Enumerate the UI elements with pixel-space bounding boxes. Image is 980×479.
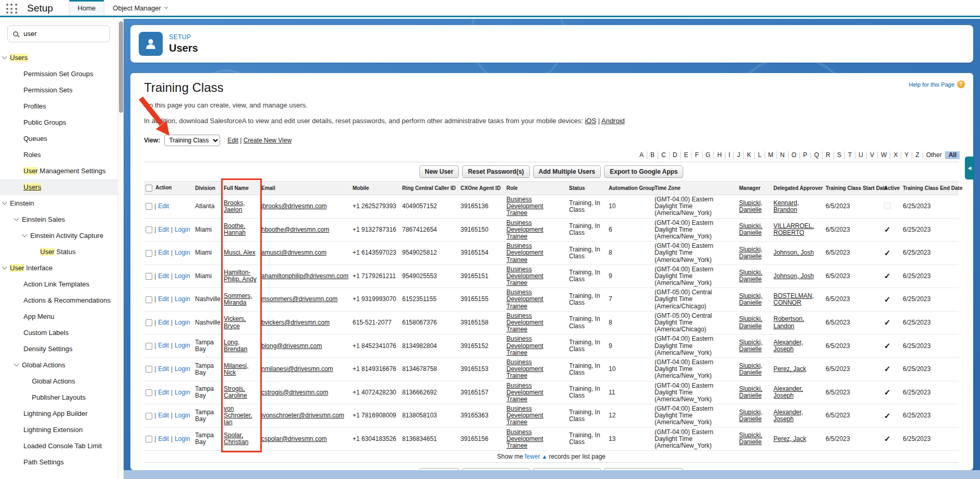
email-link[interactable]: nmilanesi@drivesmn.com xyxy=(261,365,333,373)
alphabet-filter-k[interactable]: K xyxy=(743,151,754,159)
alphabet-filter-s[interactable]: S xyxy=(833,151,844,159)
view-select[interactable]: Training Class xyxy=(164,135,220,146)
edit-link[interactable]: Edit xyxy=(158,202,169,210)
role-link[interactable]: Business Development Trainee xyxy=(506,220,545,241)
sidebar-item-einstein-activity-capture[interactable]: Einstein Activity Capture xyxy=(0,227,117,244)
column-header-training-class-end-date[interactable]: Training Class End Date xyxy=(901,182,959,195)
app-launcher-icon[interactable] xyxy=(6,4,18,14)
row-checkbox[interactable] xyxy=(146,296,152,303)
row-checkbox[interactable] xyxy=(146,319,152,326)
row-checkbox[interactable] xyxy=(146,366,152,373)
reset-password-s-button[interactable]: Reset Password(s) xyxy=(462,165,529,178)
sidebar-item-action-link-templates[interactable]: Action Link Templates xyxy=(0,276,117,292)
column-header-role[interactable]: Role xyxy=(505,182,567,195)
alphabet-filter-o[interactable]: O xyxy=(788,151,800,159)
login-link[interactable]: Login xyxy=(175,295,190,303)
sidebar-item-users[interactable]: Users xyxy=(0,50,117,66)
full-name-link[interactable]: Milanesi, Nick xyxy=(224,362,248,376)
email-link[interactable]: jbrooks@drivesmn.com xyxy=(261,202,327,210)
sidebar-item-user-interface[interactable]: User Interface xyxy=(0,260,117,276)
column-header-mobile[interactable]: Mobile xyxy=(351,182,401,195)
role-link[interactable]: Business Development Trainee xyxy=(506,336,545,356)
email-link[interactable]: cspolar@drivesmn.com xyxy=(261,435,327,442)
edit-link[interactable]: Edit xyxy=(158,412,169,419)
collapse-triangle-icon[interactable]: ▲ xyxy=(541,453,547,460)
search-input[interactable] xyxy=(22,29,101,38)
manager-link[interactable]: Slupicki, Danielle xyxy=(739,432,763,446)
row-checkbox[interactable] xyxy=(146,343,152,350)
sidebar-item-profiles[interactable]: Profiles xyxy=(0,98,117,114)
sidebar-item-user-status[interactable]: User Status xyxy=(0,244,117,260)
sidebar-item-roles[interactable]: Roles xyxy=(0,147,117,163)
login-link[interactable]: Login xyxy=(175,412,190,419)
sidebar-item-actions-recommendations[interactable]: Actions & Recommendations xyxy=(0,292,117,308)
alphabet-filter-y[interactable]: Y xyxy=(901,151,912,159)
manager-link[interactable]: Slupicki, Danielle xyxy=(739,409,763,423)
manager-link[interactable]: Slupicki, Danielle xyxy=(739,199,763,213)
delegated-approver-link[interactable]: VILLARROEL, ROBERTO xyxy=(773,222,814,236)
alphabet-filter-e[interactable]: E xyxy=(680,151,691,159)
sidebar-item-public-groups[interactable]: Public Groups xyxy=(0,114,117,130)
tab-home[interactable]: Home xyxy=(69,0,105,16)
full-name-link[interactable]: Vickers, Bryce xyxy=(224,315,246,329)
delegated-approver-link[interactable]: Alexander, Joseph xyxy=(773,385,803,399)
column-header-full-name[interactable]: Full Name xyxy=(222,182,260,195)
column-header-division[interactable]: Division xyxy=(193,182,222,195)
alphabet-filter-f[interactable]: F xyxy=(691,151,701,159)
full-name-link[interactable]: Musci, Alex xyxy=(224,249,256,256)
column-header-status[interactable]: Status xyxy=(567,182,607,195)
role-link[interactable]: Business Development Trainee xyxy=(506,359,545,380)
alphabet-filter-c[interactable]: C xyxy=(658,151,669,159)
edit-link[interactable]: Edit xyxy=(158,226,169,233)
alphabet-filter-q[interactable]: Q xyxy=(810,151,822,159)
alphabet-filter-n[interactable]: N xyxy=(777,151,788,159)
role-link[interactable]: Business Development Trainee xyxy=(506,196,545,217)
sidebar-item-global-actions[interactable]: Global Actions xyxy=(0,357,117,373)
edit-link[interactable]: Edit xyxy=(158,272,169,280)
sidebar-item-users[interactable]: Users xyxy=(0,179,117,195)
alphabet-filter-all[interactable]: All xyxy=(945,151,960,159)
sidebar-item-einstein-sales[interactable]: Einstein Sales xyxy=(0,211,117,227)
sidebar-item-lightning-app-builder[interactable]: Lightning App Builder xyxy=(0,405,117,422)
alphabet-filter-l[interactable]: L xyxy=(754,151,765,159)
row-checkbox[interactable] xyxy=(146,273,152,280)
row-checkbox[interactable] xyxy=(146,436,152,442)
login-link[interactable]: Login xyxy=(175,272,190,280)
export-to-google-apps-button[interactable]: Export to Google Apps xyxy=(604,165,683,178)
android-link[interactable]: Android xyxy=(601,117,625,125)
row-checkbox[interactable] xyxy=(146,413,152,420)
role-link[interactable]: Business Development Trainee xyxy=(506,266,545,287)
edit-link[interactable]: Edit xyxy=(158,342,169,349)
alphabet-filter-j[interactable]: J xyxy=(733,151,743,159)
login-link[interactable]: Login xyxy=(175,435,190,442)
sidebar-item-permission-sets[interactable]: Permission Sets xyxy=(0,82,117,98)
delegated-approver-link[interactable]: BOSTELMAN, CONNOR xyxy=(773,292,814,306)
tab-object-manager[interactable]: Object Manager xyxy=(104,0,176,16)
show-fewer-link[interactable]: fewer xyxy=(525,453,540,460)
login-link[interactable]: Login xyxy=(175,389,190,396)
login-link[interactable]: Login xyxy=(175,226,190,233)
column-header-automation-group[interactable]: Automation Group xyxy=(607,182,653,195)
manager-link[interactable]: Slupicki, Danielle xyxy=(739,315,763,329)
column-header-ring-central-caller-id[interactable]: Ring Central Caller ID xyxy=(401,182,459,195)
full-name-link[interactable]: Long, Brendan xyxy=(224,339,247,353)
manager-link[interactable]: Slupicki, Danielle xyxy=(739,362,763,376)
full-name-link[interactable]: Brooks, Jaelon xyxy=(224,199,245,213)
manager-link[interactable]: Slupicki, Danielle xyxy=(739,385,763,399)
manager-link[interactable]: Slupicki, Danielle xyxy=(739,222,763,236)
alphabet-filter-u[interactable]: U xyxy=(855,151,866,159)
sidebar-item-path-settings[interactable]: Path Settings xyxy=(0,454,117,470)
setup-search-box[interactable] xyxy=(7,25,110,42)
sidebar-item-app-menu[interactable]: App Menu xyxy=(0,308,117,325)
role-link[interactable]: Business Development Trainee xyxy=(506,289,545,310)
column-header-email[interactable]: Email xyxy=(260,182,351,195)
delegated-approver-link[interactable]: Alexander, Joseph xyxy=(773,409,803,423)
email-link[interactable]: bvickers@drivesmn.com xyxy=(261,319,330,326)
delegated-approver-link[interactable]: Perez, Jack xyxy=(773,435,806,442)
alphabet-filter-w[interactable]: W xyxy=(877,151,890,159)
create-new-view-link[interactable]: Create New View xyxy=(244,137,292,144)
alphabet-filter-other[interactable]: Other xyxy=(923,151,945,159)
alphabet-filter-d[interactable]: D xyxy=(669,151,681,159)
column-header-time-zone[interactable]: Time Zone xyxy=(653,182,737,195)
help-icon[interactable]: ? xyxy=(957,80,965,88)
